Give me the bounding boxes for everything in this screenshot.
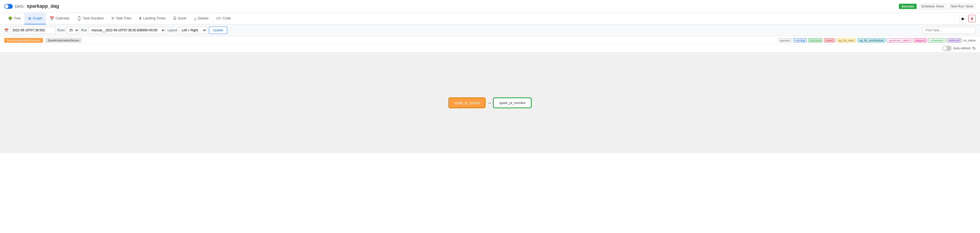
dag-container: spark_pi_submit spark_pi_monitor <box>449 97 531 108</box>
run-label: Run <box>81 29 87 32</box>
auto-refresh-label: Auto-refresh <box>953 46 971 50</box>
status-scheduled[interactable]: scheduled <box>928 38 945 43</box>
date-group: 📅 <box>4 27 55 34</box>
tab-task-duration[interactable]: ⌚ Task Duration <box>73 13 107 24</box>
schedule-info: Schedule: None <box>919 3 946 9</box>
status-up-for-retry[interactable]: up_for_retry <box>837 38 856 43</box>
dag-toggle-switch[interactable] <box>4 4 13 9</box>
date-input[interactable] <box>10 27 55 34</box>
dag-node-spark-pi-monitor[interactable]: spark_pi_monitor <box>493 97 531 108</box>
status-skipped[interactable]: skipped <box>913 38 927 43</box>
runs-label: Runs <box>57 29 65 32</box>
tab-graph[interactable]: ⊞ Graph <box>24 13 46 24</box>
delete-button[interactable]: 🗑 <box>968 15 976 22</box>
play-button[interactable]: ▶ <box>959 15 967 22</box>
landing-times-icon: ⬇ <box>139 16 142 21</box>
calendar-icon: 📅 <box>49 16 54 21</box>
calendar-icon-small: 📅 <box>4 29 8 32</box>
toolbar: 📅 Runs 25 Run manual__2022-09-19T07:36:5… <box>0 24 980 36</box>
legend-statuses: queued running success failed up_for_ret… <box>778 38 976 43</box>
auto-refresh-bar: Auto-refresh ↻ <box>0 45 980 52</box>
dag-node-spark-pi-submit[interactable]: spark_pi_submit <box>449 97 486 108</box>
status-failed[interactable]: failed <box>824 38 835 43</box>
operator-tag-spark[interactable]: SparkKubernetesOperator <box>4 38 43 43</box>
layout-group: Layout Left > Right Top > Bottom <box>167 27 207 34</box>
status-upstream-failed[interactable]: upstream_failed <box>887 38 911 43</box>
tab-code[interactable]: </> Code <box>212 13 234 24</box>
nav-tabs: 🌳 Tree ⊞ Graph 📅 Calendar ⌚ Task Duratio… <box>0 13 980 24</box>
search-input[interactable] <box>923 27 976 34</box>
details-icon: △ <box>194 16 197 21</box>
tree-icon: 🌳 <box>8 16 13 21</box>
dag-name: sparkapp_dag <box>27 3 59 9</box>
layout-label: Layout <box>167 29 177 32</box>
tab-gantt[interactable]: ☰ Gantt <box>169 13 190 24</box>
status-up-for-reschedule[interactable]: up_for_reschedule <box>858 38 885 43</box>
auto-refresh-toggle[interactable] <box>942 46 951 51</box>
task-tries-icon: ↻ <box>111 16 115 21</box>
update-button[interactable]: Update <box>209 27 227 34</box>
status-queued[interactable]: queued <box>778 38 792 43</box>
graph-area: spark_pi_submit spark_pi_monitor <box>0 52 980 153</box>
sensor-tag-spark[interactable]: SparkKubernetesSensor <box>45 38 82 43</box>
run-select[interactable]: manual__2022-09-19T07:36:55.836959+00:00 <box>89 27 165 34</box>
top-bar-right: success Schedule: None Next Run: None <box>899 3 976 9</box>
dag-toggle[interactable] <box>4 4 13 9</box>
gantt-icon: ☰ <box>173 16 177 21</box>
status-running[interactable]: running <box>793 38 807 43</box>
dag-label: DAG: <box>15 4 25 8</box>
tab-details[interactable]: △ Details <box>190 13 212 24</box>
status-no-status[interactable]: no_status <box>963 39 976 42</box>
next-run-info: Next Run: None <box>948 3 976 9</box>
top-bar: DAG: sparkapp_dag success Schedule: None… <box>0 0 980 13</box>
graph-canvas: spark_pi_submit spark_pi_monitor <box>0 52 980 153</box>
code-icon: </> <box>216 16 221 21</box>
refresh-button[interactable]: ↻ <box>972 46 976 51</box>
auto-refresh-area: Auto-refresh ↻ <box>942 46 976 51</box>
runs-group: Runs 25 <box>57 27 79 34</box>
tab-task-tries[interactable]: ↻ Task Tries <box>108 13 135 24</box>
task-duration-icon: ⌚ <box>77 16 81 21</box>
legend-operator-tags: SparkKubernetesOperator SparkKubernetesS… <box>4 38 82 43</box>
status-success[interactable]: success <box>808 38 822 43</box>
runs-select[interactable]: 25 <box>66 27 79 34</box>
tab-tree[interactable]: 🌳 Tree <box>4 13 24 24</box>
tab-calendar[interactable]: 📅 Calendar <box>46 13 73 24</box>
status-badge: success <box>899 4 916 9</box>
dag-arrow <box>485 100 493 106</box>
graph-icon: ⊞ <box>28 16 31 21</box>
legend-bar: SparkKubernetesOperator SparkKubernetesS… <box>0 36 980 45</box>
run-group: Run manual__2022-09-19T07:36:55.836959+0… <box>81 27 165 34</box>
status-deferred[interactable]: deferred <box>947 38 961 43</box>
nav-actions: ▶ 🗑 <box>959 15 976 22</box>
tab-landing-times[interactable]: ⬇ Landing Times <box>135 13 169 24</box>
layout-select[interactable]: Left > Right Top > Bottom <box>179 27 207 34</box>
top-bar-left: DAG: sparkapp_dag <box>4 3 59 9</box>
